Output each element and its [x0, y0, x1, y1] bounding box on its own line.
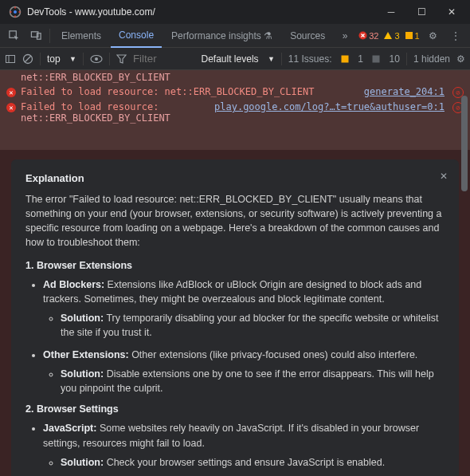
titlebar: DevTools - www.youtube.com/ ─ ☐ ✕ — [0, 0, 470, 24]
section-heading: 2. Browser Settings — [25, 403, 445, 415]
devtools-icon — [8, 5, 22, 19]
close-icon[interactable]: ✕ — [440, 171, 448, 182]
svg-rect-4 — [37, 33, 41, 40]
scrollbar[interactable] — [460, 48, 468, 473]
more-tabs-icon[interactable]: » — [335, 26, 355, 46]
console-row[interactable]: net::ERR_BLOCKED_BY_CLIENT — [0, 70, 470, 85]
live-expression-icon[interactable] — [90, 54, 103, 64]
error-icon: ✕ — [6, 88, 16, 97]
filter-bar: top ▼ Default levels ▼ 11 Issues: 1 10 1… — [0, 48, 470, 70]
maximize-button[interactable]: ☐ — [409, 2, 433, 22]
info-count-badge[interactable]: 1 — [403, 31, 421, 41]
hidden-count[interactable]: 1 hidden — [413, 53, 450, 65]
filter-icon — [116, 54, 127, 64]
console-row[interactable]: ✕ Failed to load resource:net::ERR_BLOCK… — [0, 100, 470, 125]
minimize-button[interactable]: ─ — [379, 2, 403, 22]
console-message: Failed to load resource: net::ERR_BLOCKE… — [21, 86, 359, 98]
list-item: Solution: Disable extensions one by one … — [61, 367, 445, 395]
tab-bar: Elements Console Performance insights ⚗ … — [0, 24, 470, 48]
svg-line-10 — [25, 56, 31, 62]
warning-count-badge[interactable]: 3 — [382, 31, 401, 41]
console-output: net::ERR_BLOCKED_BY_CLIENT ✕ Failed to l… — [0, 70, 470, 150]
tab-performance[interactable]: Performance insights ⚗ — [163, 24, 280, 48]
svg-point-1 — [14, 10, 17, 14]
svg-rect-6 — [405, 32, 413, 39]
list-item: Solution: Check your browser settings an… — [61, 455, 445, 470]
section-heading: 1. Browser Extensions — [25, 260, 445, 271]
close-window-button[interactable]: ✕ — [440, 2, 464, 22]
window-title: DevTools - www.youtube.com/ — [27, 6, 379, 18]
panel-intro: The error "Failed to load resource: net:… — [25, 192, 445, 250]
list-item: Ad Blockers: Extensions like AdBlock or … — [43, 277, 445, 340]
console-message: net::ERR_BLOCKED_BY_CLIENT — [21, 72, 464, 83]
flask-icon: ⚗ — [264, 30, 272, 41]
settings-icon[interactable]: ⚙ — [423, 26, 444, 46]
log-levels-selector[interactable]: Default levels ▼ — [202, 53, 275, 65]
context-selector[interactable]: top ▼ — [47, 53, 76, 65]
scroll-thumb[interactable] — [461, 96, 468, 191]
device-icon[interactable] — [25, 26, 46, 46]
console-row[interactable]: ✕ Failed to load resource: net::ERR_BLOC… — [0, 85, 470, 100]
list-item: JavaScript: Some websites rely heavily o… — [43, 421, 445, 469]
svg-rect-14 — [373, 55, 380, 62]
list-item: Other Extensions: Other extensions (like… — [43, 348, 445, 395]
sidebar-toggle-icon[interactable] — [5, 53, 16, 65]
explanation-panel: ✕ Explanation The error "Failed to load … — [11, 159, 459, 476]
list-item: Solution: Try temporarily disabling your… — [61, 311, 445, 340]
kebab-icon[interactable]: ⋮ — [445, 26, 466, 46]
error-count-badge[interactable]: 32 — [357, 31, 380, 41]
error-icon: ✕ — [6, 103, 16, 112]
tab-sources[interactable]: Sources — [282, 24, 333, 48]
filter-input[interactable] — [133, 53, 181, 65]
svg-rect-13 — [341, 55, 348, 62]
svg-rect-7 — [6, 55, 15, 62]
source-link[interactable]: generate_204:1 — [364, 86, 445, 98]
inspect-icon[interactable] — [3, 26, 24, 46]
clear-console-icon[interactable] — [22, 53, 33, 65]
tab-console[interactable]: Console — [111, 24, 162, 48]
panel-title: Explanation — [25, 172, 445, 184]
issues-link[interactable]: 11 Issues: 1 10 — [288, 53, 400, 65]
console-message: Failed to load resource:net::ERR_BLOCKED… — [21, 101, 170, 124]
svg-point-12 — [95, 57, 98, 61]
source-link[interactable]: play.google.com/log?…t=true&authuser=0:1 — [214, 101, 445, 112]
tab-elements[interactable]: Elements — [53, 24, 109, 48]
